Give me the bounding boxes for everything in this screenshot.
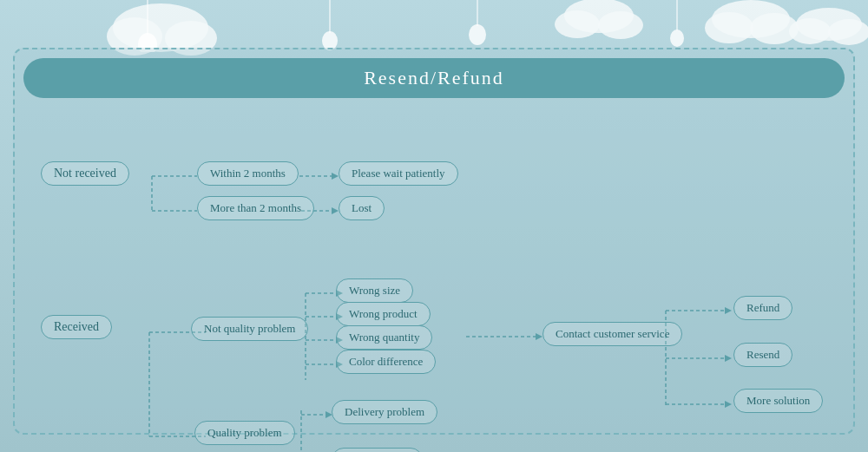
svg-marker-53 (725, 401, 732, 408)
contact-customer-service-node[interactable]: Contact customer service (542, 322, 682, 346)
not-quality-problem-node: Not quality problem (191, 317, 308, 341)
connector-lines (23, 111, 845, 425)
flowchart: Not received Within 2 months More than 2… (23, 111, 845, 425)
more-than-2-months-node: More than 2 months (197, 196, 314, 220)
quality-problem-node: Quality problem (194, 421, 295, 445)
please-wait-node: Please wait patiently (339, 161, 458, 186)
wrong-product-node: Wrong product (336, 302, 431, 326)
title-text: Resend/Refund (364, 67, 504, 88)
wrong-quantity-node: Wrong quantity (336, 325, 432, 350)
svg-marker-49 (725, 307, 732, 314)
within-2-months-node: Within 2 months (197, 161, 299, 186)
more-solution-node[interactable]: More solution (733, 389, 823, 413)
product-defect-node: Product defect (332, 448, 423, 452)
not-received-node: Not received (41, 161, 129, 186)
received-node: Received (41, 315, 112, 339)
svg-marker-51 (725, 355, 732, 362)
color-difference-node: Color difference (336, 350, 436, 374)
resend-node[interactable]: Resend (733, 343, 792, 367)
svg-marker-46 (536, 333, 542, 340)
delivery-problem-node: Delivery problem (332, 400, 437, 424)
main-container: Resend/Refund (13, 48, 855, 435)
lost-node: Lost (339, 196, 385, 220)
title-bar: Resend/Refund (23, 58, 845, 98)
wrong-size-node: Wrong size (336, 278, 413, 303)
refund-node[interactable]: Refund (733, 296, 792, 320)
svg-marker-26 (332, 207, 339, 214)
svg-marker-24 (332, 173, 339, 180)
